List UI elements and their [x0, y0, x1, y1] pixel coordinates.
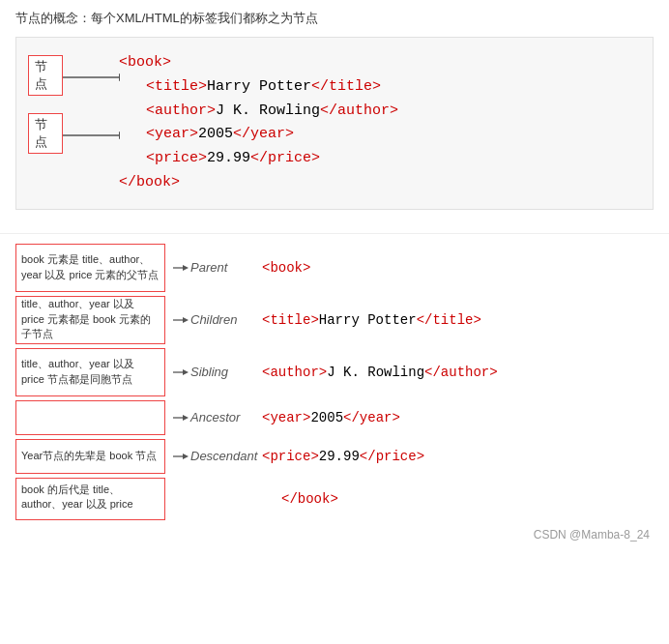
right-xml-2: <title>Harry Potter</title> — [262, 296, 654, 344]
xml-line-4: <year>2005</year> — [119, 123, 398, 147]
arrow-1 — [63, 69, 120, 86]
arrow-sibling — [173, 366, 189, 379]
svg-marker-3 — [119, 132, 120, 139]
xml-tag-sibling: <author>J K. Rowling</author> — [262, 365, 498, 380]
relation-last — [173, 478, 262, 520]
xml-tag-descendant: <price>29.99</price> — [262, 449, 424, 464]
right-xml-6: </book> — [262, 478, 654, 520]
xml-tag-parent: <book> — [262, 260, 310, 276]
desc-box-sibling: title、author、year 以及 price 节点都是同胞节点 — [15, 348, 165, 396]
xml-line-6: </book> — [119, 171, 398, 195]
top-section: 节点的概念：每个XML/HTML的标签我们都称之为节点 节点 节点 — [0, 0, 669, 210]
svg-marker-7 — [183, 317, 189, 323]
xml-diagram: 节点 节点 — [15, 37, 654, 210]
relation-children: Children — [173, 296, 262, 344]
desc-box-last: book 的后代是 title、author、year 以及 price — [15, 478, 165, 520]
xml-tag-close: </book> — [262, 491, 338, 507]
label-ancestor: Ancestor — [190, 410, 240, 424]
xml-line-3: <author>J K. Rowling</author> — [119, 100, 398, 124]
arrow-descendant — [173, 450, 189, 463]
label-parent: Parent — [190, 260, 227, 275]
arrow-ancestor — [173, 411, 189, 424]
watermark: CSDN @Mamba-8_24 — [15, 528, 654, 542]
right-xml-col: <book> <title>Harry Potter</title> <auth… — [262, 244, 654, 520]
xml-code-block: <book> <title>Harry Potter</title> <auth… — [119, 51, 398, 195]
xml-line-2: <title>Harry Potter</title> — [119, 75, 398, 100]
xml-tag-ancestor: <year>2005</year> — [262, 410, 400, 425]
node-box-1: 节点 — [28, 55, 63, 96]
bottom-diagram: book 元素是 title、author、year 以及 price 元素的父… — [15, 244, 654, 524]
desc-box-children: title、author、year 以及 price 元素都是 book 元素的… — [15, 296, 165, 344]
node-row-2: 节点 — [28, 113, 120, 158]
relation-ancestor: Ancestor — [173, 400, 262, 435]
bottom-section: book 元素是 title、author、year 以及 price 元素的父… — [0, 233, 669, 551]
xml-line-1: <book> — [119, 51, 398, 75]
desc-box-ancestor — [15, 400, 165, 435]
desc-box-parent: book 元素是 title、author、year 以及 price 元素的父… — [15, 244, 165, 292]
right-xml-1: <book> — [262, 244, 654, 292]
node-row-1: 节点 — [28, 55, 120, 100]
label-sibling: Sibling — [190, 365, 228, 379]
arrow-parent — [173, 261, 189, 275]
node-box-2: 节点 — [28, 113, 63, 154]
svg-marker-9 — [183, 369, 189, 375]
right-xml-4: <year>2005</year> — [262, 400, 654, 435]
svg-marker-5 — [183, 265, 189, 271]
arrow-2 — [63, 127, 120, 144]
relation-sibling: Sibling — [173, 348, 262, 396]
relation-descendant: Descendant — [173, 439, 262, 474]
center-col: Parent Children Sibling — [165, 244, 262, 520]
relation-parent: Parent — [173, 244, 262, 292]
svg-marker-13 — [183, 454, 189, 459]
right-xml-3: <author>J K. Rowling</author> — [262, 348, 654, 396]
left-desc-col: book 元素是 title、author、year 以及 price 元素的父… — [15, 244, 165, 524]
concept-title: 节点的概念：每个XML/HTML的标签我们都称之为节点 — [15, 10, 654, 27]
svg-marker-1 — [119, 73, 120, 81]
desc-box-descendant: Year节点的先辈是 book 节点 — [15, 439, 165, 474]
svg-marker-11 — [183, 415, 189, 421]
arrow-children — [173, 313, 189, 327]
label-children: Children — [190, 312, 237, 327]
label-descendant: Descendant — [190, 449, 257, 463]
xml-tag-children: <title>Harry Potter</title> — [262, 312, 481, 328]
xml-line-5: <price>29.99</price> — [119, 147, 398, 171]
page-container: 节点的概念：每个XML/HTML的标签我们都称之为节点 节点 节点 — [0, 0, 669, 551]
right-xml-5: <price>29.99</price> — [262, 439, 654, 474]
